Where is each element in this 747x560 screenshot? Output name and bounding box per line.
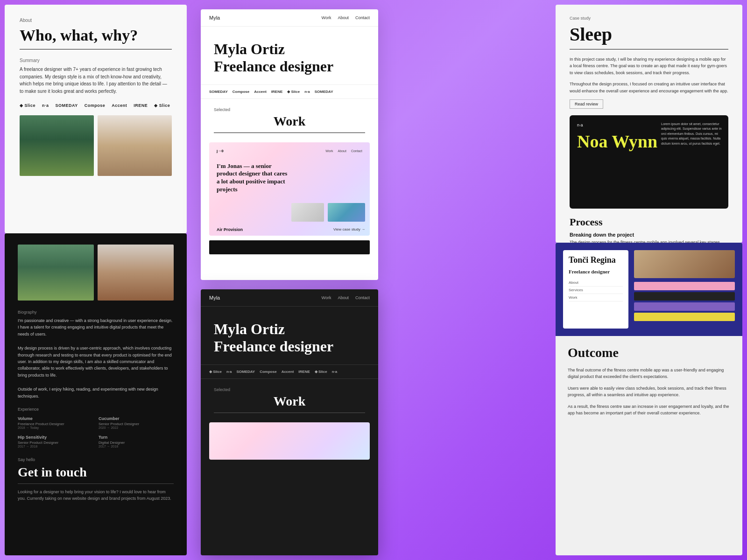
device-content: Lorem ipsum dolor sit amet, consectetur … (661, 122, 722, 147)
project-nav-contact: Contact (351, 149, 362, 153)
bio-text-3: Outside of work, I enjoy hiking, reading… (18, 386, 174, 399)
process-section: Process Breaking down the project The de… (570, 216, 728, 243)
bc-work-title: Work (214, 394, 365, 413)
logo-na: n·a (42, 103, 49, 108)
logo-accent: Accent (112, 103, 127, 108)
tc-logo-na: n·a (304, 90, 310, 94)
exp-date-4: 2017 → 2018 (99, 445, 174, 448)
work-title: Work (214, 114, 365, 133)
brand-logos: SOMEDAY Compose Accent IRENE ◆ Slice n·a… (201, 84, 378, 99)
card-sleep-case-study: Case study Sleep In this project case st… (556, 5, 742, 243)
bc-nav-work[interactable]: Work (322, 295, 331, 300)
bl-images-row (18, 245, 174, 301)
thumbnail-teal (328, 203, 365, 222)
logo-compose: Compose (85, 103, 106, 108)
about-label: About (20, 18, 172, 23)
bc-logo-slice: ◆ Slice (209, 370, 222, 374)
project-links: Work About Contact (325, 149, 362, 153)
card-about-dark: Biography I'm passionate and creative — … (5, 233, 187, 555)
project-thumbnails (291, 203, 365, 222)
br-text-section: Outcome The final outcome of the fitness… (556, 336, 742, 430)
br-nav-work[interactable]: Work (569, 294, 623, 301)
nav-contact[interactable]: Contact (355, 15, 370, 20)
read-review-button[interactable]: Read review (570, 99, 603, 109)
images-row (20, 115, 172, 176)
exp-date-1: 2018 → Today (18, 426, 93, 429)
br-device-mock: Tonči Regina Freelance designer About Se… (556, 243, 742, 336)
bc-logo-na2: n·a (332, 370, 338, 374)
outcome-text-1: The final outcome of the fitness centre … (568, 367, 730, 380)
bc-logo-irene: IRENE (298, 370, 310, 374)
br-chip-dark (634, 292, 735, 301)
process-text: The design process for the fitness centr… (570, 239, 728, 243)
logo-someday: SOMEDAY (56, 103, 78, 108)
bc-hero-heading: Myla Ortiz Freelance designer (214, 321, 365, 355)
bc-work-label: Selected (214, 387, 365, 392)
work-section: Selected Work (201, 99, 378, 138)
bl-forest-image (18, 245, 94, 301)
bc-nav-about[interactable]: About (338, 295, 349, 300)
tc-logo-slice: ◆ Slice (287, 90, 300, 94)
bc-logos: ◆ Slice n·a SOMEDAY Compose Accent IRENE… (201, 364, 378, 379)
device-mockup: n·a Noa Wynn Lorem ipsum dolor sit amet,… (570, 115, 728, 209)
bc-project-preview (209, 422, 370, 460)
exp-date-2: 2020 → 2022 (99, 426, 174, 429)
hero-section: Myla Ortiz Freelance designer (201, 27, 378, 84)
outcome-text-3: As a result, the fitness centre saw an i… (568, 403, 730, 417)
tc-logo-irene: IRENE (271, 90, 282, 94)
br-device-chips (634, 282, 735, 321)
bc-logo-na: n·a (226, 370, 232, 374)
outcome-text-2: Users were able to easily view class sch… (568, 385, 730, 399)
exp-item-4: Turn Digital Designer 2017 → 2018 (99, 435, 174, 448)
top-nav: Myla Work About Contact (201, 9, 378, 27)
logos-row: ◆ Slice n·a SOMEDAY Compose Accent IRENE… (20, 103, 172, 108)
bio-label: Biography (18, 310, 174, 315)
br-chip-purple (634, 302, 735, 311)
case-label: Case study (570, 16, 728, 21)
body-text-2: Throughout the design process, I focused… (570, 81, 728, 94)
br-device-photo (634, 250, 735, 278)
project-name: Air Provision (217, 227, 243, 232)
exp-company-3: Hip Sensitivity (18, 435, 93, 440)
card-myla-light: Myla Work About Contact Myla Ortiz Freel… (201, 9, 378, 280)
thumbnail-gray (291, 203, 324, 222)
br-chip-yellow (634, 313, 735, 321)
project-nav-about: About (338, 149, 346, 153)
br-nav-about[interactable]: About (569, 279, 623, 287)
bc-work-section: Selected Work (201, 379, 378, 418)
body-text-1: In this project case study, I will be sh… (570, 56, 728, 76)
view-case-link[interactable]: View case study → (333, 227, 365, 231)
nav-logo: Myla (209, 15, 220, 21)
tc-logo-compose: Compose (233, 90, 249, 94)
bl-woman-image (98, 245, 174, 301)
exp-item-1: Volume Freelance Product Designer 2018 →… (18, 416, 93, 429)
contact-title: Get in touch (18, 465, 174, 484)
contact-label: Say hello (18, 457, 174, 462)
bc-logo-someday: SOMEDAY (236, 370, 255, 374)
exp-item-2: Cucumber Senior Product Designer 2020 → … (99, 416, 174, 429)
summary-text: A freelance designer with 7+ years of ex… (20, 66, 172, 95)
logo-irene: IRENE (134, 103, 148, 108)
nav-links: Work About Contact (322, 15, 370, 20)
project-footer: Air Provision View case study → (217, 227, 365, 232)
woman-image (98, 115, 172, 176)
work-label: Selected (214, 107, 365, 112)
exp-label: Experience (18, 407, 174, 412)
project-logo: j→0 (217, 149, 224, 153)
bc-nav-contact[interactable]: Contact (355, 295, 370, 300)
card-tonci-outcome: Tonči Regina Freelance designer About Se… (556, 243, 742, 555)
nav-about[interactable]: About (338, 15, 349, 20)
project-nav-work: Work (325, 149, 333, 153)
exp-role-4: Digital Designer (99, 441, 174, 445)
bc-logo-accent: Accent (282, 370, 294, 374)
sleep-title: Sleep (570, 23, 728, 49)
bio-text-2: My design process is driven by a user-ce… (18, 345, 174, 378)
bc-nav-logo: Myla (209, 295, 220, 301)
hero-name: Myla Ortiz Freelance designer (214, 41, 365, 75)
exp-item-3: Hip Sensitivity Senior Product Designer … (18, 435, 93, 448)
nav-work[interactable]: Work (322, 15, 331, 20)
tc-logo-someday2: SOMEDAY (315, 90, 333, 94)
br-device-right (634, 250, 735, 329)
br-nav-services[interactable]: Services (569, 287, 623, 294)
process-subtitle: Breaking down the project (570, 232, 728, 238)
